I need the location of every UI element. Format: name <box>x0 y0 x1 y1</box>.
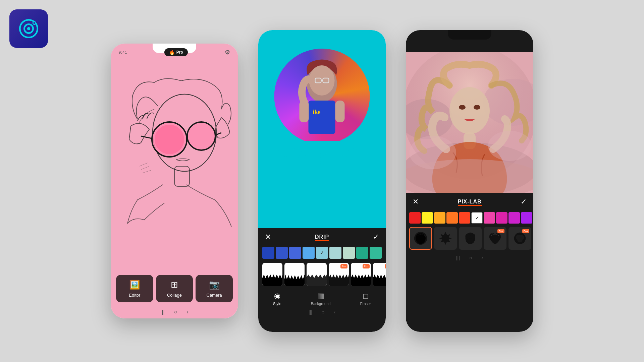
p3-brush-1[interactable] <box>409 227 432 250</box>
svg-rect-24 <box>309 101 335 134</box>
style-icon: ◉ <box>274 292 280 300</box>
color-swatch-6[interactable] <box>329 247 341 259</box>
phone1-topbar: 9:41 🔥 Pro ⚙ <box>111 48 238 56</box>
girl-circle: ike <box>274 49 370 144</box>
p3-brush-pro-4: Pro <box>497 229 504 233</box>
drip-preset-2[interactable] <box>284 263 305 286</box>
phone2-bottom-tabs: ◉ Style ▦ Background ◻ Eraser <box>258 288 386 308</box>
svg-point-37 <box>449 87 490 134</box>
phone3-back: ||| <box>456 255 460 260</box>
phone1-time: 9:41 <box>119 50 127 54</box>
svg-rect-27 <box>335 101 345 122</box>
eraser-tab[interactable]: ◻ Eraser <box>360 292 371 306</box>
pro-badge[interactable]: 🔥 Pro <box>164 48 188 56</box>
phone3-toolbar-header: ✕ PIX-LAB ✓ <box>406 193 533 209</box>
phone3-home-bar: ||| ○ ‹ <box>406 252 533 260</box>
background-icon: ▦ <box>317 292 324 300</box>
drip-preset-3[interactable] <box>307 263 327 286</box>
color-swatch-5-selected[interactable] <box>316 247 328 259</box>
svg-line-13 <box>187 137 187 139</box>
camera-icon: 📷 <box>209 280 220 290</box>
p3-color-purple[interactable] <box>508 212 520 224</box>
phone3-close-button[interactable]: ✕ <box>413 197 419 206</box>
p3-color-gold[interactable] <box>434 212 445 224</box>
editor-button[interactable]: 🖼️ Editor <box>116 275 153 302</box>
drip-pro-badge-5: Pro <box>363 264 370 268</box>
camera-button[interactable]: 📷 Camera <box>196 275 233 302</box>
style-tab[interactable]: ◉ Style <box>273 292 281 306</box>
color-swatch-7[interactable] <box>343 247 355 259</box>
background-tab[interactable]: ▦ Background <box>311 292 331 306</box>
phone2-toolbar: ✕ DRIP ✓ <box>258 228 386 332</box>
background-label: Background <box>311 302 331 306</box>
p3-brush-pro-5: Pro <box>522 229 529 233</box>
phone2-toolbar-title: DRIP <box>315 234 329 240</box>
p3-brush-2[interactable] <box>434 227 457 250</box>
phone2-home-bar: ||| ○ ‹ <box>258 308 386 315</box>
p3-brush-4[interactable]: Pro <box>484 227 506 250</box>
color-swatch-3[interactable] <box>289 247 301 259</box>
p3-brush-3[interactable] <box>459 227 482 250</box>
p3-color-red2[interactable] <box>459 212 470 224</box>
phone2-confirm-button[interactable]: ✓ <box>373 233 379 241</box>
gear-icon[interactable]: ⚙ <box>225 49 230 56</box>
back-indicator: ||| <box>160 309 164 315</box>
fire-icon: 🔥 <box>169 50 175 55</box>
color-swatch-4[interactable] <box>303 247 315 259</box>
phone2-home: ○ <box>322 309 324 315</box>
color-swatch-8[interactable] <box>356 247 368 259</box>
phone2-recents: ‹ <box>334 309 335 315</box>
color-swatch-1[interactable] <box>262 247 274 259</box>
svg-point-28 <box>320 155 324 163</box>
editor-icon: 🖼️ <box>129 280 140 290</box>
phone2-close-button[interactable]: ✕ <box>265 233 271 241</box>
pro-label: Pro <box>176 50 183 55</box>
svg-point-10 <box>155 125 184 154</box>
p3-color-orange[interactable] <box>446 212 458 224</box>
svg-point-42 <box>409 136 456 169</box>
p3-color-yellow[interactable] <box>422 212 433 224</box>
phone3-topbar <box>406 30 533 52</box>
phone-2: ike ✕ <box>258 30 386 332</box>
p3-color-red[interactable] <box>409 212 421 224</box>
svg-point-52 <box>517 237 522 242</box>
app-logo <box>9 9 48 48</box>
svg-point-39 <box>474 105 480 110</box>
collage-icon: ⊞ <box>171 280 178 290</box>
phone3-color-row <box>406 209 533 225</box>
phone3-brush-row: Pro Pro <box>406 225 533 252</box>
phone2-toolbar-header: ✕ DRIP ✓ <box>258 228 386 245</box>
color-swatch-9[interactable] <box>370 247 382 259</box>
drip-pro-badge-6: Pro <box>385 264 386 268</box>
p3-color-violet[interactable] <box>521 212 532 224</box>
drip-preset-1[interactable] <box>262 263 282 286</box>
phone-1: 9:41 🔥 Pro ⚙ <box>111 44 238 318</box>
svg-point-48 <box>467 238 473 243</box>
p3-color-magenta[interactable] <box>496 212 507 224</box>
drip-preset-6[interactable]: Pro <box>373 263 386 286</box>
phone3-toolbar: ✕ PIX-LAB ✓ <box>406 193 533 332</box>
phone2-back: ||| <box>309 309 312 315</box>
phone2-drip-presets: Pro Pro Pro <box>258 261 386 288</box>
phone3-toolbar-title: PIX-LAB <box>458 199 482 205</box>
svg-point-38 <box>459 105 466 110</box>
p3-color-pink[interactable] <box>484 212 495 224</box>
color-swatch-2[interactable] <box>276 247 288 259</box>
p3-brush-5[interactable]: Pro <box>508 227 531 250</box>
phone3-confirm-button[interactable]: ✓ <box>521 197 527 206</box>
collage-button[interactable]: ⊞ Collage <box>156 275 193 302</box>
style-label: Style <box>273 302 281 306</box>
collage-label: Collage <box>167 293 182 298</box>
editor-label: Editor <box>129 293 140 298</box>
phone-3: ✕ PIX-LAB ✓ <box>406 30 533 332</box>
phone2-color-row <box>258 245 386 261</box>
p3-color-white-selected[interactable] <box>471 212 483 224</box>
phone3-image-area <box>406 52 533 193</box>
phone2-notch <box>300 30 344 40</box>
eraser-label: Eraser <box>360 302 371 306</box>
main-scene: 9:41 🔥 Pro ⚙ <box>0 0 644 362</box>
svg-point-30 <box>298 155 301 161</box>
phone3-recents: ‹ <box>481 255 483 260</box>
drip-preset-4[interactable]: Pro <box>329 263 349 286</box>
drip-preset-5[interactable]: Pro <box>351 263 371 286</box>
